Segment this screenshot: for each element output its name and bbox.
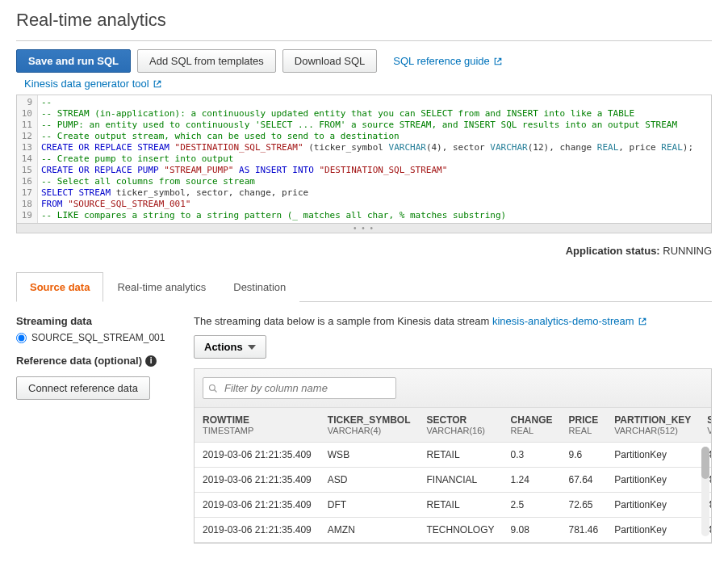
- tab-source[interactable]: Source data: [16, 272, 103, 302]
- scrollbar-track[interactable]: [701, 447, 709, 536]
- table-cell: 2019-03-06 21:21:35.409: [195, 493, 320, 518]
- table-cell: 67.64: [561, 468, 607, 493]
- filter-input[interactable]: [203, 377, 396, 399]
- scrollbar-thumb[interactable]: [701, 447, 709, 479]
- status-value: RUNNING: [663, 245, 712, 257]
- table-row[interactable]: 2019-03-06 21:21:35.409DFTRETAIL2.572.65…: [195, 493, 711, 518]
- page-title: Real-time analytics: [16, 10, 712, 31]
- chevron-down-icon: [248, 345, 256, 350]
- toolbar: Save and run SQL Add SQL from templates …: [16, 49, 712, 73]
- save-and-run-button[interactable]: Save and run SQL: [16, 49, 131, 73]
- table-cell: 9.6: [561, 443, 607, 468]
- sql-reference-label: SQL reference guide: [393, 55, 489, 67]
- svg-point-0: [210, 384, 215, 390]
- table-cell: AMZN: [320, 518, 419, 543]
- editor-body[interactable]: ---- STREAM (in-application): a continuo…: [38, 95, 697, 223]
- kinesis-generator-label: Kinesis data generator tool: [24, 78, 149, 90]
- stream-description: The streaming data below is a sample fro…: [194, 315, 712, 327]
- table-cell: PartitionKey: [606, 443, 699, 468]
- actions-label: Actions: [204, 341, 243, 353]
- column-header[interactable]: SEVA: [699, 408, 711, 443]
- table-cell: ASD: [320, 468, 419, 493]
- table-row[interactable]: 2019-03-06 21:21:35.409AMZNTECHNOLOGY9.0…: [195, 518, 711, 543]
- tabs: Source dataReal-time analyticsDestinatio…: [16, 271, 712, 302]
- table-cell: 2019-03-06 21:21:35.409: [195, 518, 320, 543]
- divider: [16, 40, 712, 41]
- table-cell: DFT: [320, 493, 419, 518]
- table-cell: 2019-03-06 21:21:35.409: [195, 468, 320, 493]
- streaming-data-heading: Streaming data: [16, 315, 174, 327]
- source-stream-name: SOURCE_SQL_STREAM_001: [31, 332, 165, 343]
- table-cell: 2.5: [503, 493, 561, 518]
- external-link-icon: [638, 317, 647, 326]
- reference-data-heading: Reference data (optional) i: [16, 355, 174, 367]
- demo-stream-label: kinesis-analytics-demo-stream: [492, 315, 634, 327]
- column-header[interactable]: TICKER_SYMBOLVARCHAR(4): [320, 408, 419, 443]
- info-icon[interactable]: i: [145, 355, 157, 367]
- table-cell: RETAIL: [418, 443, 502, 468]
- editor-resize-handle[interactable]: • • •: [16, 224, 712, 233]
- external-link-icon: [493, 57, 503, 66]
- add-sql-templates-button[interactable]: Add SQL from templates: [137, 49, 276, 73]
- actions-dropdown[interactable]: Actions: [194, 335, 266, 359]
- sql-editor[interactable]: 9101112131415161718192021 ---- STREAM (i…: [16, 94, 712, 224]
- table-cell: PartitionKey: [606, 493, 699, 518]
- table-scroll[interactable]: ROWTIMETIMESTAMPTICKER_SYMBOLVARCHAR(4)S…: [195, 408, 711, 543]
- status-label: Application status:: [566, 245, 660, 257]
- connect-reference-data-button[interactable]: Connect reference data: [16, 376, 150, 400]
- source-stream-radio-input[interactable]: [16, 333, 27, 343]
- table-cell: RETAIL: [418, 493, 502, 518]
- download-sql-button[interactable]: Download SQL: [282, 49, 377, 73]
- svg-line-1: [215, 389, 217, 392]
- data-table-panel: ROWTIMETIMESTAMPTICKER_SYMBOLVARCHAR(4)S…: [194, 368, 712, 544]
- column-header[interactable]: PARTITION_KEYVARCHAR(512): [606, 408, 699, 443]
- side-panel: Streaming data SOURCE_SQL_STREAM_001 Ref…: [16, 315, 174, 544]
- table-cell: 9.08: [503, 518, 561, 543]
- kinesis-generator-link[interactable]: Kinesis data generator tool: [24, 78, 162, 90]
- search-icon: [208, 384, 218, 393]
- table-cell: 0.3: [503, 443, 561, 468]
- external-link-icon: [153, 79, 162, 89]
- demo-stream-link[interactable]: kinesis-analytics-demo-stream: [492, 315, 647, 327]
- sql-reference-link[interactable]: SQL reference guide: [393, 55, 502, 67]
- reference-data-heading-label: Reference data (optional): [16, 355, 142, 367]
- table-cell: 781.46: [561, 518, 607, 543]
- table-cell: PartitionKey: [606, 468, 699, 493]
- table-cell: 72.65: [561, 493, 607, 518]
- data-table: ROWTIMETIMESTAMPTICKER_SYMBOLVARCHAR(4)S…: [195, 408, 711, 543]
- table-cell: PartitionKey: [606, 518, 699, 543]
- tab-rta[interactable]: Real-time analytics: [103, 272, 220, 302]
- table-cell: WSB: [320, 443, 419, 468]
- column-header[interactable]: PRICEREAL: [561, 408, 607, 443]
- main-panel: The streaming data below is a sample fro…: [194, 315, 712, 544]
- source-stream-radio[interactable]: SOURCE_SQL_STREAM_001: [16, 332, 174, 343]
- table-cell: FINANCIAL: [418, 468, 502, 493]
- editor-gutter: 9101112131415161718192021: [17, 95, 38, 223]
- table-row[interactable]: 2019-03-06 21:21:35.409WSBRETAIL0.39.6Pa…: [195, 443, 711, 468]
- column-header[interactable]: CHANGEREAL: [503, 408, 561, 443]
- stream-description-text: The streaming data below is a sample fro…: [194, 315, 492, 327]
- table-cell: TECHNOLOGY: [418, 518, 502, 543]
- column-header[interactable]: ROWTIMETIMESTAMP: [195, 408, 320, 443]
- column-header[interactable]: SECTORVARCHAR(16): [418, 408, 502, 443]
- application-status: Application status: RUNNING: [16, 245, 712, 257]
- table-cell: 1.24: [503, 468, 561, 493]
- table-cell: 2019-03-06 21:21:35.409: [195, 443, 320, 468]
- tab-dest[interactable]: Destination: [220, 272, 299, 302]
- table-row[interactable]: 2019-03-06 21:21:35.409ASDFINANCIAL1.246…: [195, 468, 711, 493]
